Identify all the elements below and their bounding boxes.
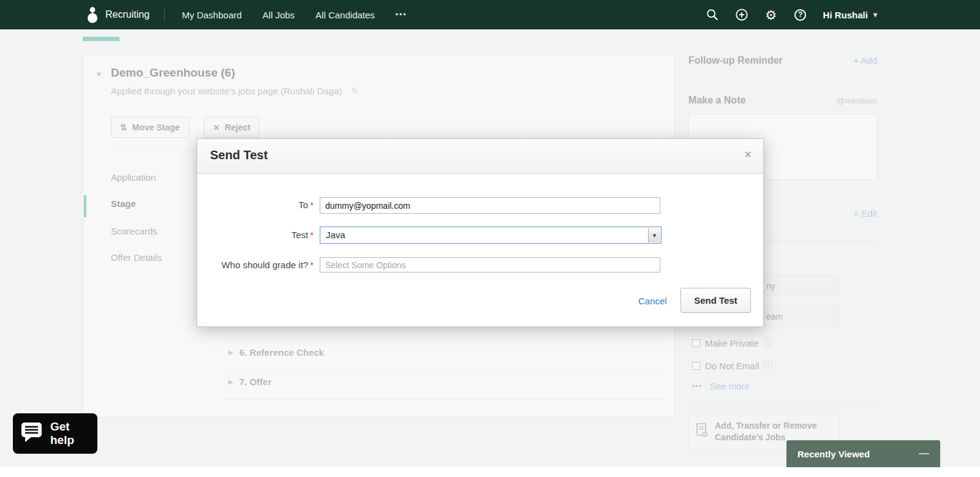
grader-label: Who should grade it?* xyxy=(197,260,314,270)
user-menu[interactable]: Hi Rushali ▾ xyxy=(823,10,877,20)
modal-title: Send Test xyxy=(210,148,268,162)
test-select-dropdown[interactable]: Java ▾ xyxy=(320,227,662,244)
top-nav: Recruiting My Dashboard All Jobs All Can… xyxy=(0,0,980,29)
test-label: Test* xyxy=(197,230,314,240)
search-icon[interactable] xyxy=(706,8,719,21)
app-title[interactable]: Recruiting xyxy=(105,9,149,20)
minimize-icon[interactable]: — xyxy=(919,448,929,460)
close-icon[interactable]: ✕ xyxy=(744,149,752,160)
settings-gear-icon[interactable]: ⚙ xyxy=(764,8,778,21)
required-asterisk: * xyxy=(310,200,314,210)
chevron-down-icon: ▾ xyxy=(873,10,877,19)
app-window: Recruiting My Dashboard All Jobs All Can… xyxy=(0,0,980,477)
nav-overflow-menu[interactable]: ••• xyxy=(396,10,407,19)
recently-viewed-label: Recently Viewed xyxy=(797,449,870,459)
help-icon[interactable]: ? xyxy=(794,8,807,21)
to-input[interactable] xyxy=(320,197,660,214)
grader-select-input[interactable] xyxy=(320,257,660,272)
send-test-button[interactable]: Send Test xyxy=(680,288,751,313)
test-select-value: Java xyxy=(326,230,345,240)
required-asterisk: * xyxy=(310,260,314,270)
get-help-button[interactable]: Get help xyxy=(13,413,97,454)
to-label: To* xyxy=(197,200,314,210)
greenhouse-logo xyxy=(86,8,99,21)
nav-right-cluster: ⚙ ? Hi Rushali ▾ xyxy=(706,8,877,21)
dropdown-arrow-icon[interactable]: ▾ xyxy=(648,228,660,242)
cancel-link[interactable]: Cancel xyxy=(638,296,667,306)
get-help-label: Get help xyxy=(50,420,90,447)
recently-viewed-bar[interactable]: Recently Viewed — xyxy=(786,440,940,467)
user-greeting: Hi Rushali xyxy=(823,10,868,20)
required-asterisk: * xyxy=(310,230,314,240)
chat-bubble-icon xyxy=(20,421,45,446)
add-circle-icon[interactable] xyxy=(735,8,748,21)
nav-item-all-jobs[interactable]: All Jobs xyxy=(263,10,295,20)
nav-item-my-dashboard[interactable]: My Dashboard xyxy=(182,10,242,20)
send-test-modal: Send Test ✕ To* Test* Java ▾ Who should … xyxy=(197,138,764,327)
modal-header xyxy=(197,139,763,174)
nav-item-all-candidates[interactable]: All Candidates xyxy=(315,10,375,20)
nav-divider xyxy=(164,8,165,21)
bottom-strip xyxy=(0,467,980,477)
